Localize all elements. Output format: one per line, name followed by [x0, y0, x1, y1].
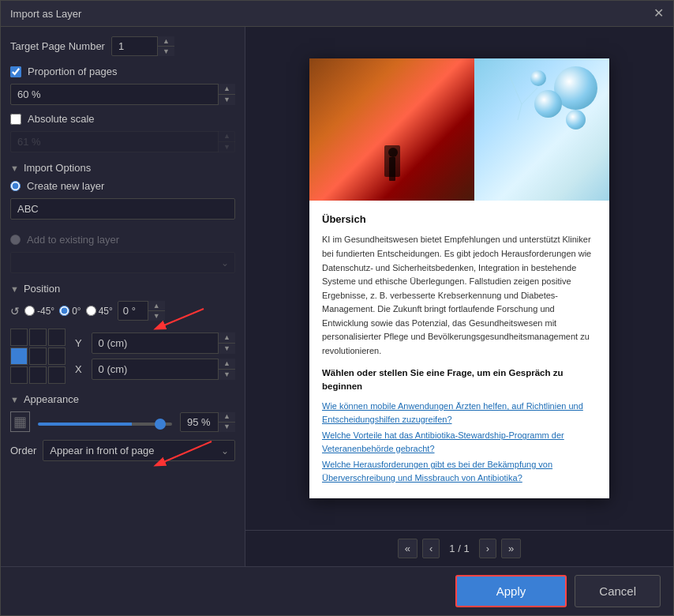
bottom-bar: Apply Cancel [1, 566, 673, 615]
grid-cell-mr[interactable] [48, 347, 66, 365]
page-preview: Übersich KI im Gesundheitswesen bietet E… [309, 58, 609, 498]
x-spin-down[interactable]: ▼ [219, 370, 235, 380]
appearance-label: Appearance [24, 393, 79, 405]
red-arrow-2 [133, 438, 243, 477]
red-arrow-1 [140, 305, 235, 336]
rotation-0-label: 0° [72, 306, 81, 317]
grid-cell-tr[interactable] [48, 329, 66, 346]
grid-cell-tl[interactable] [10, 329, 28, 346]
order-label: Order [10, 445, 36, 456]
import-options-arrow: ▼ [10, 163, 19, 173]
svg-line-3 [156, 441, 212, 465]
x-spin-up[interactable]: ▲ [219, 359, 235, 370]
import-options-header[interactable]: ▼ Import Options [10, 162, 235, 174]
proportion-input[interactable] [10, 84, 235, 105]
left-panel: Target Page Number ▲ ▼ Proportion of pag… [1, 27, 245, 566]
preview-image-left [309, 58, 474, 201]
preview-link-2[interactable]: Welche Vorteile hat das Antibiotika-Stew… [322, 429, 597, 455]
svg-line-1 [156, 309, 204, 329]
preview-content: Übersich KI im Gesundheitswesen bietet E… [309, 201, 609, 498]
x-spinbox: ▲ ▼ [92, 359, 235, 380]
absolute-scale-value-row: ▲ ▼ [10, 131, 235, 152]
grid-cell-br[interactable] [48, 366, 66, 384]
grid-cell-mc[interactable] [29, 347, 47, 365]
cancel-button[interactable]: Cancel [575, 575, 661, 607]
prev-page-button[interactable]: ‹ [422, 539, 440, 558]
y-label: Y [75, 337, 85, 349]
opacity-slider[interactable] [38, 423, 172, 426]
opacity-spin-up[interactable]: ▲ [219, 412, 235, 423]
rotation-0-option: 0° [59, 306, 81, 317]
absolute-scale-spin-up: ▲ [219, 131, 235, 142]
grid-cell-tc[interactable] [29, 329, 47, 346]
preview-link-3[interactable]: Welche Herausforderungen gibt es bei der… [322, 458, 597, 484]
target-page-spin-down[interactable]: ▼ [158, 47, 174, 56]
absolute-scale-spin-buttons: ▲ ▼ [218, 131, 235, 152]
dialog-title: Import as Layer [10, 8, 81, 20]
last-page-button[interactable]: » [501, 539, 521, 558]
appearance-arrow: ▼ [10, 395, 19, 404]
import-as-layer-dialog: Import as Layer ✕ Target Page Number ▲ ▼… [0, 0, 674, 616]
absolute-scale-input [10, 131, 235, 152]
opacity-spinbox: ▲ ▼ [180, 412, 235, 432]
proportion-checkbox[interactable] [10, 66, 21, 77]
close-button[interactable]: ✕ [653, 7, 664, 20]
proportion-spin-up[interactable]: ▲ [219, 84, 235, 95]
existing-layer-select [10, 252, 235, 273]
x-label: X [75, 363, 85, 375]
proportion-label: Proportion of pages [28, 66, 117, 77]
y-spin-down[interactable]: ▼ [219, 344, 235, 354]
rotation-neg45-option: -45° [24, 306, 54, 317]
preview-area: Übersich KI im Gesundheitswesen bietet E… [245, 27, 673, 530]
rotation-neg45-label: -45° [37, 306, 54, 317]
position-arrow: ▼ [10, 284, 19, 294]
right-panel: Übersich KI im Gesundheitswesen bietet E… [245, 27, 673, 566]
opacity-icon: ▦ [10, 411, 30, 432]
opacity-spin-down[interactable]: ▼ [219, 423, 235, 432]
grid-cell-bl[interactable] [10, 366, 28, 384]
proportion-spinbox: ▲ ▼ [10, 84, 235, 105]
rotate-icon[interactable]: ↺ [10, 305, 20, 317]
absolute-scale-checkbox[interactable] [10, 114, 21, 125]
x-input[interactable] [92, 359, 235, 380]
grid-cell-bc[interactable] [29, 366, 47, 384]
absolute-scale-checkbox-row: Absolute scale [10, 113, 235, 125]
proportion-checkbox-row: Proportion of pages [10, 66, 235, 77]
preview-title: Übersich [322, 212, 597, 227]
add-existing-layer-radio [10, 235, 21, 245]
x-spin-buttons: ▲ ▼ [218, 359, 235, 380]
appearance-header[interactable]: ▼ Appearance [10, 393, 235, 405]
svg-line-4 [522, 88, 537, 104]
next-page-button[interactable]: › [479, 539, 496, 558]
molecule-connections [474, 58, 609, 201]
rotation-pos45-radio[interactable] [86, 306, 96, 316]
apply-button[interactable]: Apply [455, 575, 567, 607]
preview-body: KI im Gesundheitswesen bietet Empfehlung… [322, 233, 597, 358]
layer-name-row [10, 198, 235, 226]
svg-line-6 [510, 77, 522, 104]
create-new-layer-radio[interactable] [10, 181, 21, 191]
page-info: 1 / 1 [444, 543, 474, 554]
preview-link-1[interactable]: Wie können mobile Anwendungen Ärzten hel… [322, 400, 597, 426]
proportion-spin-down[interactable]: ▼ [219, 95, 235, 105]
rotation-pos45-label: 45° [99, 306, 113, 317]
preview-image-top [309, 58, 609, 201]
rotation-neg45-radio[interactable] [24, 306, 35, 316]
rotation-0-radio[interactable] [59, 306, 69, 316]
target-page-row: Target Page Number ▲ ▼ [10, 36, 235, 56]
target-page-spin-up[interactable]: ▲ [158, 36, 174, 47]
opacity-row: ▦ ▲ ▼ [10, 411, 235, 432]
target-page-spinbox: ▲ ▼ [111, 36, 174, 56]
position-header[interactable]: ▼ Position [10, 283, 235, 295]
first-page-button[interactable]: « [398, 539, 418, 558]
target-page-spin-buttons: ▲ ▼ [157, 36, 174, 56]
dialog-body: Target Page Number ▲ ▼ Proportion of pag… [1, 27, 673, 566]
target-page-label: Target Page Number [10, 40, 105, 52]
existing-layer-select-wrap [10, 252, 235, 273]
proportion-spin-buttons: ▲ ▼ [218, 84, 235, 105]
pagination: « ‹ 1 / 1 › » [245, 530, 673, 566]
position-grid [10, 329, 66, 384]
layer-name-input[interactable] [10, 198, 235, 220]
preview-subtitle: Wählen oder stellen Sie eine Frage, um e… [322, 366, 597, 394]
grid-cell-ml[interactable] [10, 347, 28, 365]
